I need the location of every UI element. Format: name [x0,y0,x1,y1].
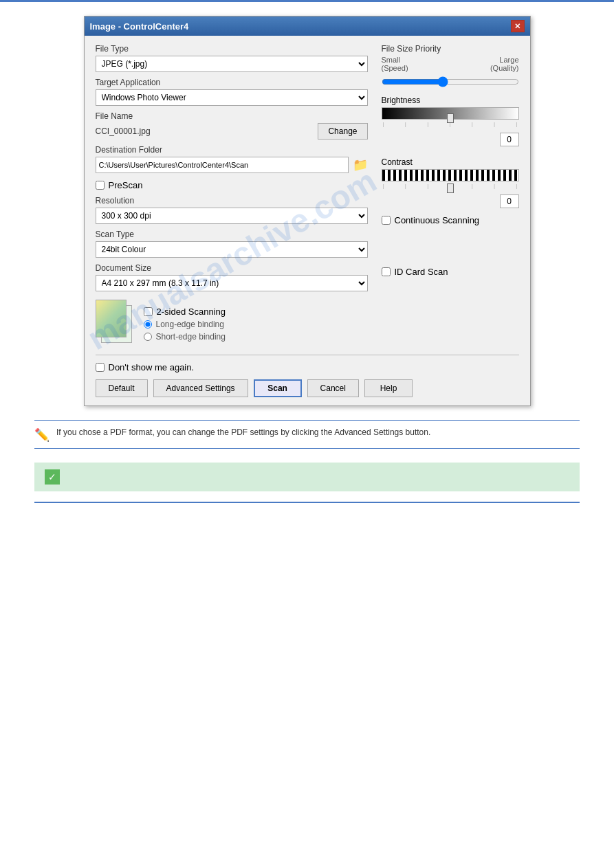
scan-preview-image [96,300,137,348]
scan-options: 2-sided Scanning Long-edge binding Short… [144,300,368,342]
document-size-label: Document Size [96,263,368,273]
dialog-buttons: Default Advanced Settings Scan Cancel He… [96,379,519,397]
dialog-columns: File Type JPEG (*.jpg) Target Applicatio… [96,44,519,348]
contrast-thumb [447,183,454,193]
continuous-scanning-checkbox[interactable] [382,216,391,225]
small-sub-label: (Speed) [382,64,408,72]
dialog-divider [96,355,519,355]
browse-folder-button[interactable]: 📁 [353,157,368,173]
bottom-divider [34,502,580,503]
two-sided-checkbox[interactable] [144,307,153,316]
brightness-section: Brightness | | | | | [382,96,519,146]
resolution-label: Resolution [96,196,368,205]
default-button[interactable]: Default [96,379,148,397]
pencil-icon: ✏️ [34,427,50,443]
scan-type-select[interactable]: 24bit Colour [96,241,368,258]
destination-folder-row: 📁 [96,157,368,173]
id-card-scan-label: ID Card Scan [395,267,448,277]
brightness-label: Brightness [382,96,519,105]
file-size-priority-label: File Size Priority [382,44,519,54]
green-check-box: ✓ [34,463,580,491]
document-size-select[interactable]: A4 210 x 297 mm (8.3 x 11.7 in) [96,275,368,291]
advanced-settings-button[interactable]: Advanced Settings [153,379,248,397]
scan-preview-section: 2-sided Scanning Long-edge binding Short… [96,300,368,348]
scan-card-flower [96,300,126,337]
dont-show-row: Don't show me again. [96,362,519,372]
long-edge-radio[interactable] [144,320,152,329]
file-type-label: File Type [96,44,368,54]
brightness-thumb [447,113,454,123]
prescan-row: PreScan [96,180,368,190]
file-size-slider[interactable] [382,76,519,87]
scan-button[interactable]: Scan [254,379,302,397]
dialog-body: File Type JPEG (*.jpg) Target Applicatio… [85,36,530,405]
contrast-value: 0 [500,194,519,208]
continuous-scanning-label: Continuous Scanning [395,215,480,225]
file-size-priority-section: File Size Priority Small (Speed) Large (… [382,44,519,90]
file-type-select[interactable]: JPEG (*.jpg) [96,56,368,72]
check-icon: ✓ [45,469,60,485]
id-card-scan-checkbox[interactable] [382,267,391,276]
destination-folder-label: Destination Folder [96,145,368,155]
contrast-label: Contrast [382,157,519,167]
prescan-label: PreScan [109,180,143,190]
destination-folder-input[interactable] [96,157,349,173]
dialog-title: Image - ControlCenter4 [90,21,189,32]
large-sub-label: (Quality) [490,64,519,72]
id-card-scan-row: ID Card Scan [382,267,519,277]
note-text: If you chose a PDF format, you can chang… [56,426,430,438]
large-label: Large [490,56,519,64]
note-section: ✏️ If you chose a PDF format, you can ch… [21,420,593,449]
contrast-slider-visual [382,169,519,181]
continuous-scanning-row: Continuous Scanning [382,215,519,225]
note-bottom-line [34,448,580,449]
dont-show-label: Don't show me again. [109,362,195,372]
brightness-slider-visual [382,107,519,120]
image-controlcenter4-dialog: Image - ControlCenter4 ✕ File Type JPEG … [84,16,531,406]
small-label: Small [382,56,408,64]
resolution-select[interactable]: 300 x 300 dpi [96,208,368,224]
change-button[interactable]: Change [318,123,367,140]
cancel-button[interactable]: Cancel [307,379,359,397]
note-row: ✏️ If you chose a PDF format, you can ch… [34,426,580,443]
dialog-titlebar: Image - ControlCenter4 ✕ [85,16,530,36]
target-application-label: Target Application [96,78,368,87]
short-edge-label: Short-edge binding [156,332,226,342]
file-name-label: File Name [96,111,368,121]
long-edge-row: Long-edge binding [144,320,368,329]
short-edge-radio[interactable] [144,333,152,341]
short-edge-row: Short-edge binding [144,332,368,342]
dialog-close-button[interactable]: ✕ [511,20,525,32]
file-name-value: CCI_00001.jpg [96,126,313,136]
file-name-row: CCI_00001.jpg Change [96,123,368,140]
brightness-value: 0 [500,133,519,146]
two-sided-row: 2-sided Scanning [144,307,368,317]
target-application-select[interactable]: Windows Photo Viewer [96,89,368,106]
dialog-right-column: File Size Priority Small (Speed) Large (… [382,44,519,348]
dont-show-checkbox[interactable] [96,363,105,372]
help-button[interactable]: Help [364,379,413,397]
two-sided-label: 2-sided Scanning [157,307,226,317]
note-top-line [34,420,580,421]
contrast-section: Contrast | | | | | [382,157,519,208]
size-slider-labels: Small (Speed) Large (Quality) [382,56,519,72]
prescan-checkbox[interactable] [96,181,105,190]
scan-type-label: Scan Type [96,230,368,239]
dialog-left-column: File Type JPEG (*.jpg) Target Applicatio… [96,44,368,348]
long-edge-label: Long-edge binding [156,320,224,329]
scan-card-front [96,300,127,337]
